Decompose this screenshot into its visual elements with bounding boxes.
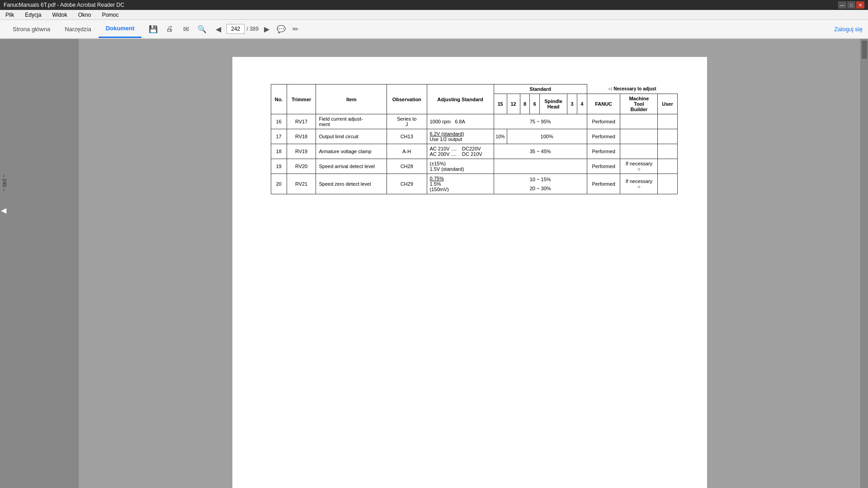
nav-bar: Strona główna Narzędzia Dokument 💾 🖨 ✉ 🔍… bbox=[0, 20, 868, 39]
row-trimmer: RV19 bbox=[287, 144, 316, 159]
row-user bbox=[658, 144, 677, 159]
page-content: No. Trimmer Item Observation Adjusting S… bbox=[232, 57, 707, 488]
row-item: Field current adjust-ment bbox=[316, 114, 387, 129]
row-adj: 6.2V (standard) Use 1/2 output bbox=[427, 129, 494, 144]
row-standard bbox=[494, 159, 587, 174]
row-item: Speed zero detect level bbox=[316, 174, 387, 194]
edit-icon[interactable]: ✏ bbox=[289, 23, 302, 35]
menu-pomoc[interactable]: Pomoc bbox=[100, 11, 120, 19]
row-user bbox=[658, 159, 677, 174]
login-button[interactable]: Zaloguj się bbox=[834, 26, 863, 33]
table-row: 19 RV20 Speed arrival detect level CH28 … bbox=[271, 159, 677, 174]
next-page-icon[interactable]: ▶ bbox=[260, 23, 273, 35]
title-bar: FanucManuals 6T.pdf - Adobe Acrobat Read… bbox=[0, 0, 868, 10]
necessary-note: ○: Necessary to adjust bbox=[587, 84, 677, 94]
toolbar: 💾 🖨 ✉ 🔍 bbox=[147, 23, 208, 35]
scroll-bar[interactable] bbox=[862, 41, 867, 59]
print-icon[interactable]: 🖨 bbox=[163, 23, 176, 35]
main-area: ◀ – 240 – No. Trimmer Item Observation A… bbox=[0, 39, 868, 488]
row-no: 20 bbox=[271, 174, 287, 194]
menu-edycja[interactable]: Edycja bbox=[23, 11, 43, 19]
left-arrow-icon[interactable]: ◀ bbox=[1, 206, 6, 215]
row-fanuc: Performed bbox=[587, 114, 620, 129]
row-adj: (±15%) 1.5V (standard) bbox=[427, 159, 494, 174]
row-item: Armature voltage clamp bbox=[316, 144, 387, 159]
row-fanuc: Performed bbox=[587, 129, 620, 144]
row-user bbox=[658, 174, 677, 194]
row-obs: CH28 bbox=[387, 159, 427, 174]
col-user: User bbox=[658, 94, 677, 114]
window-controls: — □ ✕ bbox=[838, 1, 864, 9]
maximize-button[interactable]: □ bbox=[847, 1, 855, 9]
row-fanuc: Performed bbox=[587, 174, 620, 194]
page-marker: – 240 – bbox=[2, 174, 7, 191]
doc-area: No. Trimmer Item Observation Adjusting S… bbox=[79, 39, 860, 488]
comment-icon[interactable]: 💬 bbox=[275, 23, 288, 35]
row-mtb bbox=[620, 144, 658, 159]
row-no: 18 bbox=[271, 144, 287, 159]
table-row: 18 RV19 Armature voltage clamp A-H AC 21… bbox=[271, 144, 677, 159]
row-adj: 0.75% 1.5%(150mV) bbox=[427, 174, 494, 194]
row-fanuc: Performed bbox=[587, 144, 620, 159]
col-adj: Adjusting Standard bbox=[427, 84, 494, 114]
row-fanuc: Performed bbox=[587, 159, 620, 174]
std-spindle: SpindleHead bbox=[540, 94, 567, 114]
std-12: 12 bbox=[507, 94, 520, 114]
app-title: FanucManuals 6T.pdf - Adobe Acrobat Read… bbox=[4, 2, 124, 8]
page-total: / 389 bbox=[246, 26, 259, 32]
row-no: 16 bbox=[271, 114, 287, 129]
search-icon[interactable]: 🔍 bbox=[196, 23, 208, 35]
row-adj: AC 210V .... DC220V AC 200V .... DC 210V bbox=[427, 144, 494, 159]
row-user bbox=[658, 129, 677, 144]
row-standard: 75 ~ 95% bbox=[494, 114, 587, 129]
tab-strona-glowna[interactable]: Strona główna bbox=[5, 20, 57, 38]
prev-page-icon[interactable]: ◀ bbox=[212, 23, 225, 35]
row-trimmer: RV17 bbox=[287, 114, 316, 129]
col-no: No. bbox=[271, 84, 287, 114]
row-obs: Series toJ bbox=[387, 114, 427, 129]
col-item: Item bbox=[316, 84, 387, 114]
row-trimmer: RV20 bbox=[287, 159, 316, 174]
row-user bbox=[658, 114, 677, 129]
col-obs: Observation bbox=[387, 84, 427, 114]
tab-narzedzia[interactable]: Narzędzia bbox=[57, 20, 99, 38]
row-trimmer: RV21 bbox=[287, 174, 316, 194]
row-trimmer: RV18 bbox=[287, 129, 316, 144]
email-icon[interactable]: ✉ bbox=[179, 23, 192, 35]
row-mtb bbox=[620, 114, 658, 129]
row-obs: CH29 bbox=[387, 174, 427, 194]
row-obs: A-H bbox=[387, 144, 427, 159]
tab-dokument[interactable]: Dokument bbox=[99, 20, 142, 38]
row-item: Speed arrival detect level bbox=[316, 159, 387, 174]
page-number-input[interactable] bbox=[226, 24, 245, 34]
row-standard: 35 ~ 45% bbox=[494, 144, 587, 159]
row-mtb: If necessary○ bbox=[620, 159, 658, 174]
std-3: 3 bbox=[567, 94, 577, 114]
close-button[interactable]: ✕ bbox=[856, 1, 864, 9]
std-8: 8 bbox=[520, 94, 530, 114]
std-15: 15 bbox=[494, 94, 507, 114]
minimize-button[interactable]: — bbox=[838, 1, 846, 9]
row-adj: 1000 rpm 6.8A bbox=[427, 114, 494, 129]
right-panel bbox=[860, 39, 868, 488]
row-mtb bbox=[620, 129, 658, 144]
table-row: 17 RV18 Output limit circuit CH13 6.2V (… bbox=[271, 129, 677, 144]
std-4: 4 bbox=[577, 94, 587, 114]
save-icon[interactable]: 💾 bbox=[147, 23, 160, 35]
table-row: 16 RV17 Field current adjust-ment Series… bbox=[271, 114, 677, 129]
std-6: 6 bbox=[530, 94, 540, 114]
table-row: 20 RV21 Speed zero detect level CH29 0.7… bbox=[271, 174, 677, 194]
col-standard-header: Standard bbox=[494, 84, 587, 94]
row-mtb: If necessary○ bbox=[620, 174, 658, 194]
menu-widok[interactable]: Widok bbox=[50, 11, 69, 19]
menu-okno[interactable]: Okno bbox=[76, 11, 93, 19]
col-mtb: MachineToolBuilder bbox=[620, 94, 658, 114]
left-panel: ◀ – 240 – bbox=[0, 39, 79, 488]
menu-plik[interactable]: Plik bbox=[4, 11, 16, 19]
menu-bar: Plik Edycja Widok Okno Pomoc bbox=[0, 10, 868, 20]
col-fanuc: FANUC bbox=[587, 94, 620, 114]
page-navigation: ◀ / 389 ▶ 💬 ✏ bbox=[212, 23, 302, 35]
row-standard-main: 100% bbox=[507, 129, 587, 144]
row-no: 19 bbox=[271, 159, 287, 174]
row-no: 17 bbox=[271, 129, 287, 144]
